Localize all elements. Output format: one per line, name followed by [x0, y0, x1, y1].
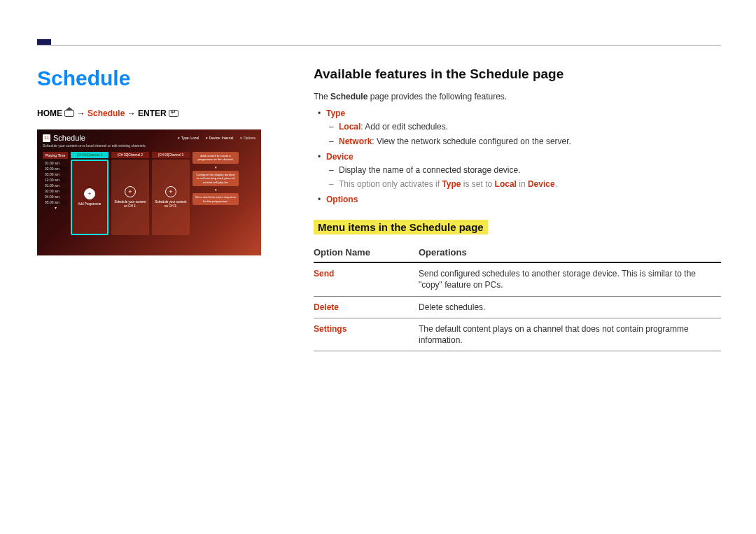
feature-type-sub: Local: Add or edit schedules. Network: V…	[326, 121, 721, 148]
feature-options-label: Options	[326, 195, 358, 204]
ss-type-option: Type: Local	[178, 136, 199, 140]
table-row: Delete Delete schedules.	[314, 296, 721, 318]
network-text: : View the network schedule configured o…	[372, 136, 571, 146]
row-ops: The default content plays on a channel t…	[419, 318, 721, 351]
ss-time-row: 03:00 am	[43, 171, 68, 177]
ss-tip: Add content to create a programme on the…	[192, 152, 239, 164]
ss-col-head: [CH 01]Channel 1	[71, 152, 108, 158]
ss-time-row: 05:00 am	[43, 199, 68, 205]
ss-channel-2: [CH 02]Channel 2 + Schedule your content…	[111, 152, 149, 235]
intro-post: page provides the following features.	[368, 92, 507, 101]
breadcrumb-schedule: Schedule	[88, 108, 125, 118]
intro-pre: The	[314, 92, 330, 101]
feature-device: Device Display the name of a connected s…	[314, 152, 721, 191]
ss-time-row: 01:00 am	[43, 160, 68, 166]
ss-card: + Add Programme	[71, 160, 108, 235]
ss-time-column: Playing Time 01:00 am 02:00 am 03:00 am …	[43, 152, 68, 235]
schedule-screenshot: 31 Schedule Type: Local Device: Internal…	[37, 129, 261, 255]
ss-channel-3: [CH 03]Channel 3 + Schedule your content…	[152, 152, 190, 235]
table-row: Settings The default content plays on a …	[314, 318, 721, 351]
dl2-mid: is set to	[461, 179, 495, 189]
ss-card-label: Add Programme	[78, 202, 102, 206]
ss-subtitle: Schedule your content on a local channel…	[43, 143, 255, 148]
plus-icon: +	[84, 188, 95, 199]
enter-icon	[169, 110, 178, 117]
ss-options: Options	[240, 136, 255, 140]
row-ops: Send configured schedules to another sto…	[419, 262, 721, 296]
ss-title: Schedule	[53, 134, 85, 142]
row-name: Settings	[314, 318, 419, 351]
ss-col-head: [CH 03]Channel 3	[152, 152, 190, 158]
dl2-b1: Type	[442, 179, 461, 189]
ss-tip: Set a start time and a stop time for the…	[192, 193, 239, 205]
ss-card-label: Schedule your content on CH 2.	[114, 200, 146, 209]
table-row: Send Send configured schedules to anothe…	[314, 262, 721, 296]
feature-type-network: Network: View the network schedule confi…	[326, 136, 721, 148]
ss-card-label: Schedule your content on CH 3.	[155, 200, 187, 209]
subsection-heading: Menu items in the Schedule page	[314, 220, 488, 234]
dl2-pre: This option only activates if	[339, 179, 442, 189]
ss-card: + Schedule your content on CH 3.	[152, 160, 190, 235]
network-bold: Network	[339, 136, 372, 146]
feature-list: Type Local: Add or edit schedules. Netwo…	[314, 108, 721, 204]
ss-top-options: Type: Local Device: Internal Options	[178, 136, 255, 140]
ss-time-row: 01:00 am	[43, 183, 68, 188]
section-heading: Available features in the Schedule page	[314, 66, 721, 82]
ss-title-group: 31 Schedule	[43, 134, 85, 142]
dl2-mid2: in	[517, 179, 528, 189]
breadcrumb-arrow: →	[77, 108, 88, 118]
page-accent-bar	[37, 39, 51, 45]
breadcrumb-enter: ENTER	[138, 108, 167, 118]
home-icon	[64, 110, 74, 117]
right-column: Available features in the Schedule page …	[314, 66, 721, 513]
row-ops: Delete schedules.	[419, 296, 721, 318]
ss-tip: Configure the display duration to set ho…	[192, 171, 239, 186]
ss-time-row: 12:00 am	[43, 177, 68, 183]
intro-bold: Schedule	[330, 92, 368, 101]
breadcrumb-arrow: →	[127, 108, 138, 118]
left-column: Schedule HOME → Schedule → ENTER 31 Sche…	[37, 66, 261, 513]
ss-time-row: 04:00 am	[43, 194, 68, 199]
menu-table: Option Name Operations Send Send configu…	[314, 244, 721, 351]
calendar-icon: 31	[43, 134, 50, 142]
page-top-rule	[37, 45, 721, 45]
feature-type: Type Local: Add or edit schedules. Netwo…	[314, 108, 721, 148]
row-name: Delete	[314, 296, 419, 318]
plus-icon: +	[165, 186, 176, 197]
ss-time-head: Playing Time	[43, 152, 68, 159]
ss-time-row: 02:00 am	[43, 188, 68, 194]
feature-type-local: Local: Add or edit schedules.	[326, 121, 721, 133]
feature-type-label: Type	[326, 108, 345, 118]
feature-device-line1: Display the name of a connected storage …	[326, 164, 721, 176]
breadcrumb: HOME → Schedule → ENTER	[37, 108, 261, 118]
page-title: Schedule	[37, 66, 261, 90]
dl2-b3: Device	[528, 179, 555, 189]
dl2-b2: Local	[495, 179, 517, 189]
dl2-post: .	[555, 179, 557, 189]
ss-card: + Schedule your content on CH 2.	[111, 160, 149, 235]
ss-channel-1: [CH 01]Channel 1 + Add Programme	[71, 152, 108, 235]
col-option-name: Option Name	[314, 244, 419, 262]
feature-device-sub: Display the name of a connected storage …	[326, 164, 721, 191]
ss-device-option: Device: Internal	[206, 136, 233, 140]
feature-options: Options	[314, 195, 721, 204]
feature-device-line2: This option only activates if Type is se…	[326, 178, 721, 190]
plus-icon: +	[125, 186, 136, 197]
local-bold: Local	[339, 122, 360, 132]
chevron-down-icon: ▾	[192, 188, 239, 192]
feature-device-label: Device	[326, 152, 354, 162]
chevron-down-icon: ▾	[192, 165, 239, 169]
local-text: : Add or edit schedules.	[360, 122, 448, 132]
breadcrumb-home: HOME	[37, 108, 62, 118]
ss-body: Playing Time 01:00 am 02:00 am 03:00 am …	[43, 152, 255, 235]
page-content: Schedule HOME → Schedule → ENTER 31 Sche…	[37, 66, 721, 513]
row-name: Send	[314, 262, 419, 296]
intro-text: The Schedule page provides the following…	[314, 92, 721, 101]
ss-time-row: 02:00 am	[43, 166, 68, 171]
col-operations: Operations	[419, 244, 721, 262]
ss-col-head: [CH 02]Channel 2	[111, 152, 149, 158]
chevron-down-icon: ▾	[43, 205, 68, 210]
ss-header: 31 Schedule Type: Local Device: Internal…	[43, 134, 255, 142]
ss-tips: Add content to create a programme on the…	[192, 152, 239, 235]
